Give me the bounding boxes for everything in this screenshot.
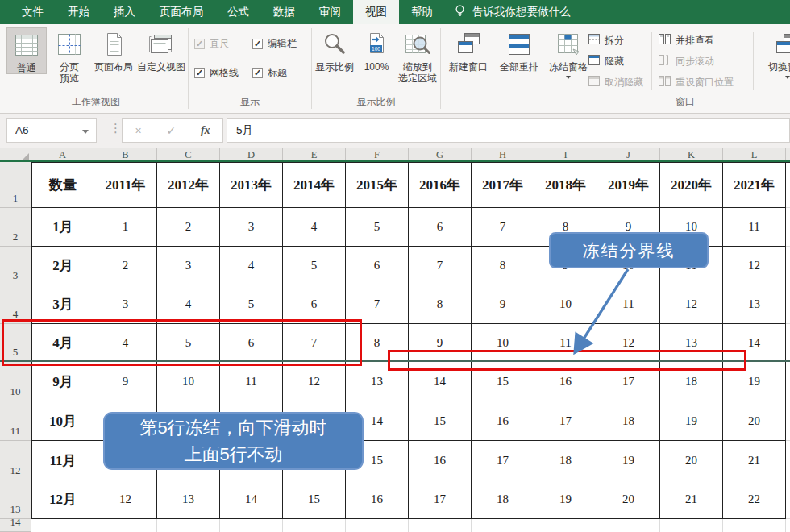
cell[interactable]: 13 <box>157 480 220 519</box>
cell[interactable] <box>786 162 790 208</box>
cell[interactable]: 20 <box>660 441 723 480</box>
cell[interactable]: 2011年 <box>94 162 157 208</box>
cell[interactable] <box>660 519 723 532</box>
formula-bar-checkbox[interactable]: ✓ 编辑栏 <box>252 37 297 51</box>
cell[interactable]: 16 <box>346 480 409 519</box>
cell[interactable] <box>786 441 790 480</box>
cell[interactable] <box>31 519 94 532</box>
cell[interactable] <box>786 285 790 324</box>
cell[interactable]: 11 <box>723 208 786 247</box>
tell-me-box[interactable]: 告诉我你想要做什么 <box>445 0 579 24</box>
cell[interactable]: 9月 <box>31 362 94 401</box>
cell[interactable]: 12 <box>283 362 346 401</box>
cell[interactable]: 16 <box>472 401 534 441</box>
cell[interactable]: 18 <box>534 441 597 480</box>
cell[interactable]: 17 <box>534 401 597 441</box>
cell[interactable]: 数量 <box>31 162 94 208</box>
cell[interactable]: 3 <box>94 285 157 324</box>
cell[interactable]: 11月 <box>31 441 94 480</box>
cell[interactable]: 17 <box>472 441 534 480</box>
cell[interactable]: 15 <box>409 401 472 441</box>
cell[interactable]: 2018年 <box>534 162 597 208</box>
row-header-11[interactable]: 11 <box>0 401 31 441</box>
page-break-preview-button[interactable]: 分页 预览 <box>49 27 89 84</box>
cell[interactable]: 2020年 <box>660 162 723 208</box>
cell[interactable]: 11 <box>597 285 660 324</box>
tab-review[interactable]: 审阅 <box>307 0 353 24</box>
cell[interactable]: 17 <box>409 480 472 519</box>
cell[interactable]: 10 <box>534 285 597 324</box>
cell[interactable]: 2015年 <box>346 162 409 208</box>
cell[interactable] <box>94 519 157 532</box>
row-header-10[interactable]: 10 <box>0 362 31 401</box>
new-window-button[interactable]: 新建窗口 <box>443 27 493 73</box>
cell[interactable] <box>534 519 597 532</box>
cell[interactable]: 16 <box>409 441 472 480</box>
switch-windows-button[interactable]: 切换窗口 <box>759 27 790 81</box>
tab-help[interactable]: 帮助 <box>399 0 445 24</box>
cell[interactable] <box>346 519 409 532</box>
cell[interactable]: 14 <box>220 480 283 519</box>
cell[interactable]: 19 <box>660 401 723 441</box>
row-header-14[interactable]: 14 <box>0 519 31 532</box>
row-header-12[interactable]: 12 <box>0 441 31 480</box>
cell[interactable]: 22 <box>723 480 786 519</box>
cell[interactable] <box>220 519 283 532</box>
custom-views-button[interactable]: 自定义视图 <box>137 27 185 73</box>
row-header-3[interactable]: 3 <box>0 247 31 285</box>
cell[interactable] <box>786 401 790 441</box>
cell[interactable]: 8 <box>409 285 472 324</box>
cell[interactable]: 11 <box>220 362 283 401</box>
row-header-2[interactable]: 2 <box>0 208 31 247</box>
cell[interactable]: 4 <box>220 247 283 285</box>
freeze-panes-button[interactable]: 冻结窗格 <box>545 27 592 81</box>
zoom-button[interactable]: 显示比例 <box>313 27 356 73</box>
formula-input[interactable]: 5月 <box>227 118 790 143</box>
zoom-100-button[interactable]: 100 100% <box>358 27 395 73</box>
cell[interactable]: 15 <box>283 480 346 519</box>
cell[interactable]: 12 <box>660 285 723 324</box>
cell[interactable]: 2016年 <box>409 162 472 208</box>
cell[interactable]: 21 <box>723 441 786 480</box>
cell[interactable]: 7 <box>409 247 472 285</box>
cell[interactable]: 21 <box>660 480 723 519</box>
cell[interactable]: 7 <box>472 208 534 247</box>
tab-formulas[interactable]: 公式 <box>215 0 261 24</box>
cell[interactable]: 4 <box>283 208 346 247</box>
normal-view-button[interactable]: 普通 <box>6 27 47 74</box>
cell[interactable]: 2 <box>157 208 220 247</box>
cell[interactable] <box>786 519 790 532</box>
cell[interactable]: 18 <box>597 401 660 441</box>
cell[interactable]: 12月 <box>31 480 94 519</box>
cell[interactable]: 5 <box>346 208 409 247</box>
tab-file[interactable]: 文件 <box>10 0 56 24</box>
formula-bar-grip[interactable]: ⋮ <box>110 121 122 135</box>
cell[interactable]: 2017年 <box>472 162 534 208</box>
cell[interactable]: 2月 <box>31 247 94 285</box>
tab-data[interactable]: 数据 <box>261 0 307 24</box>
cell[interactable]: 2019年 <box>597 162 660 208</box>
cell[interactable]: 20 <box>723 401 786 441</box>
cell[interactable] <box>723 519 786 532</box>
cell[interactable]: 6 <box>346 247 409 285</box>
cell[interactable]: 6 <box>409 208 472 247</box>
arrange-all-button[interactable]: 全部重排 <box>495 27 543 73</box>
gridlines-checkbox[interactable]: ✓ 网格线 <box>194 66 239 80</box>
cell[interactable]: 1 <box>94 208 157 247</box>
cell[interactable] <box>786 362 790 401</box>
tab-insert[interactable]: 插入 <box>102 0 148 24</box>
cell[interactable] <box>786 247 790 285</box>
cell[interactable] <box>472 519 534 532</box>
row-header-4[interactable]: 4 <box>0 285 31 324</box>
cell[interactable] <box>157 519 220 532</box>
cell[interactable]: 2014年 <box>283 162 346 208</box>
cell[interactable]: 1月 <box>31 208 94 247</box>
hide-button[interactable]: 隐藏 <box>588 54 624 69</box>
headings-checkbox[interactable]: ✓ 标题 <box>252 66 287 80</box>
cell[interactable]: 12 <box>723 247 786 285</box>
view-side-by-side-button[interactable]: 并排查看 <box>658 33 714 48</box>
cell[interactable]: 20 <box>597 480 660 519</box>
cell[interactable]: 10月 <box>31 401 94 441</box>
cell[interactable]: 9 <box>472 285 534 324</box>
cell[interactable]: 12 <box>94 480 157 519</box>
